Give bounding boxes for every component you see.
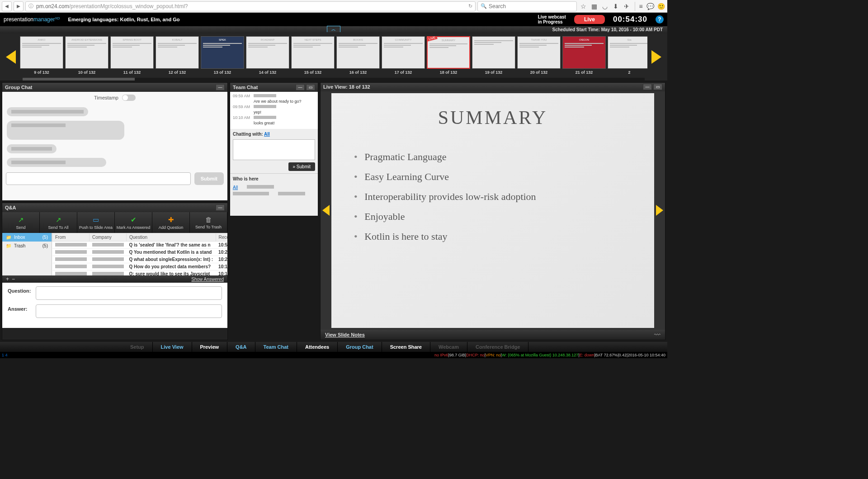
- search-box[interactable]: 🔍: [477, 1, 577, 11]
- svg-marker-2: [322, 205, 330, 216]
- question-field[interactable]: [36, 286, 222, 300]
- slide-thumbnail[interactable]: SPEK13 of 132: [201, 36, 244, 78]
- tab-attendees[interactable]: Attendees: [297, 342, 338, 352]
- svg-marker-3: [656, 205, 663, 216]
- slide-thumbnail[interactable]: Sta2: [608, 36, 647, 78]
- qa-tool-send-to-trash[interactable]: 🗑Send To Trash: [190, 212, 227, 233]
- slide-thumbnail[interactable]: NEXT STEPS15 of 132: [291, 36, 335, 78]
- session-title: Emerging languages: Kotlin, Rust, Elm, a…: [68, 17, 180, 22]
- forward-button[interactable]: ►: [14, 1, 24, 11]
- qa-folder-trash[interactable]: 📁Trash(5): [2, 242, 52, 250]
- slide-thumbnail[interactable]: 19 of 132: [472, 36, 515, 78]
- slide-thumbnail[interactable]: BOOKS16 of 132: [336, 36, 380, 78]
- slide-thumbnail[interactable]: THANK YOU20 of 132: [517, 36, 561, 78]
- slide-thumbnail[interactable]: KOBALT12 of 132: [156, 36, 199, 78]
- qa-row[interactable]: Q what about singleExpression(x: Int) :1…: [52, 256, 228, 263]
- qa-folder-inbox[interactable]: 📁Inbox(5): [2, 233, 52, 242]
- send-icon[interactable]: ✈: [622, 2, 631, 11]
- reload-icon[interactable]: ↻: [468, 3, 472, 9]
- search-input[interactable]: [489, 3, 574, 9]
- slide-bullet: Kotlin is here to stay: [354, 231, 632, 242]
- strip-prev[interactable]: [2, 37, 20, 77]
- qa-tool-push-to-slide-area[interactable]: ▭Push to Slide Area: [77, 212, 115, 233]
- qa-tool-send-to-all[interactable]: ↗Send To All: [40, 212, 77, 233]
- menu-icon[interactable]: ≡: [635, 2, 644, 11]
- minimize-button[interactable]: —: [216, 84, 225, 90]
- show-answered-link[interactable]: Show Answered: [191, 277, 224, 282]
- team-chat-submit[interactable]: » Submit: [288, 162, 315, 171]
- download-icon[interactable]: ⬇: [611, 2, 620, 11]
- qa-tool-add-question[interactable]: ✚Add Question: [152, 212, 190, 233]
- qa-row[interactable]: Q: sure would like to see its Javscript1…: [52, 270, 228, 276]
- minimize-button[interactable]: —: [643, 84, 652, 90]
- add-folder-button[interactable]: +: [6, 276, 9, 282]
- slide-thumbnail[interactable]: COMMUNITY17 of 132: [382, 36, 425, 78]
- pocket-icon[interactable]: ◡: [600, 2, 609, 11]
- bottom-tabs: SetupLive ViewPreviewQ&ATeam ChatAttende…: [0, 342, 667, 352]
- slide-thumbnail[interactable]: LIVESUMMARY18 of 132: [427, 36, 470, 78]
- slide-thumbnail[interactable]: OSCON21 of 132: [562, 36, 606, 78]
- profile-icon[interactable]: 🙂: [656, 2, 665, 11]
- team-chat-input[interactable]: [233, 139, 315, 160]
- slide-bullet: Easy Learning Curve: [354, 171, 632, 183]
- schedule-bar: ︿ Scheduled Start Time: May 10, 2016 - 1…: [0, 26, 667, 33]
- workspace-indicator: 1 4: [2, 353, 15, 357]
- tab-preview[interactable]: Preview: [192, 342, 228, 352]
- back-button[interactable]: ◄: [2, 1, 12, 11]
- connection-icon: ⓘ: [28, 3, 33, 9]
- slide-bullet: Interoperability provides low-risk adopt…: [354, 191, 632, 203]
- chat-icon[interactable]: 💬: [646, 2, 655, 11]
- tab-webcam[interactable]: Webcam: [430, 342, 467, 352]
- heartbeat-icon: 〰: [654, 331, 660, 338]
- tab-live-view[interactable]: Live View: [153, 342, 192, 352]
- question-label: Question:: [8, 286, 32, 300]
- strip-scrollbar[interactable]: [23, 78, 645, 81]
- timestamp-toggle[interactable]: [122, 95, 136, 101]
- tab-screen-share[interactable]: Screen Share: [382, 342, 430, 352]
- qa-detail: Question: Answer:: [2, 283, 227, 328]
- prev-slide[interactable]: [321, 91, 331, 330]
- timestamp-label: Timestamp: [94, 95, 118, 100]
- qa-row[interactable]: Q How do you protect data members?10:14 …: [52, 263, 228, 270]
- slide-bullet: Enjoyable: [354, 211, 632, 223]
- status-bar: 1 4 no IPv6|98.7 GiB|DHCP: no|VPN: no|W:…: [0, 352, 667, 358]
- minimize-button[interactable]: —: [296, 84, 305, 90]
- qa-row[interactable]: Q You mentioned that Kotlin is a stand10…: [52, 249, 228, 256]
- who-all[interactable]: All: [233, 185, 238, 190]
- strip-next[interactable]: [647, 37, 665, 77]
- strip-scroll-handle[interactable]: [23, 78, 135, 81]
- popout-button[interactable]: ▭: [306, 84, 315, 90]
- bookmark-icon[interactable]: ☆: [579, 2, 588, 11]
- qa-tool-mark-as-answered[interactable]: ✔Mark As Answered: [115, 212, 152, 233]
- tab-setup[interactable]: Setup: [122, 342, 153, 352]
- slide-thumbnail[interactable]: ANKO9 of 132: [20, 36, 63, 78]
- help-button[interactable]: ?: [656, 15, 664, 24]
- remove-folder-button[interactable]: −: [12, 276, 15, 282]
- collapse-strip-button[interactable]: ︿: [327, 26, 340, 32]
- next-slide[interactable]: [654, 91, 665, 330]
- group-chat-panel: Group Chat — Timestamp Submit: [2, 82, 228, 201]
- url-bar[interactable]: ⓘ pm.on24.com/presentationMgr/colossus_w…: [25, 1, 476, 11]
- qa-tool-send[interactable]: ↗Send: [2, 212, 40, 233]
- qa-row[interactable]: Q is 'sealed' like 'final'? the same as …: [52, 242, 228, 249]
- slide-thumbnail[interactable]: ROADMAP14 of 132: [246, 36, 289, 78]
- group-chat-input[interactable]: [6, 172, 191, 185]
- group-chat-submit[interactable]: Submit: [194, 172, 224, 185]
- tab-conference-bridge[interactable]: Conference Bridge: [467, 342, 528, 352]
- minimize-button[interactable]: —: [216, 204, 225, 211]
- popout-button[interactable]: ▭: [653, 84, 662, 90]
- tab-group-chat[interactable]: Group Chat: [338, 342, 382, 352]
- slide-thumbnail[interactable]: SPRING BOOT11 of 132: [110, 36, 154, 78]
- slide-thumbnail[interactable]: ANDROID EXTENSIONS10 of 132: [65, 36, 108, 78]
- tab-team-chat[interactable]: Team Chat: [255, 342, 297, 352]
- tab-q&a[interactable]: Q&A: [227, 342, 255, 352]
- slide-strip: ANKO9 of 132ANDROID EXTENSIONS10 of 132S…: [0, 33, 667, 81]
- url-text: pm.on24.com/presentationMgr/colossus_win…: [36, 3, 466, 9]
- answer-field[interactable]: [36, 304, 222, 318]
- chat-target-all[interactable]: All: [264, 132, 270, 137]
- group-chat-messages: [2, 104, 227, 169]
- live-badge[interactable]: Live: [574, 15, 605, 24]
- browser-toolbar: ◄ ► ⓘ pm.on24.com/presentationMgr/coloss…: [0, 0, 667, 13]
- view-slide-notes[interactable]: View Slide Notes: [325, 332, 365, 337]
- panel-icon[interactable]: ▦: [590, 2, 599, 11]
